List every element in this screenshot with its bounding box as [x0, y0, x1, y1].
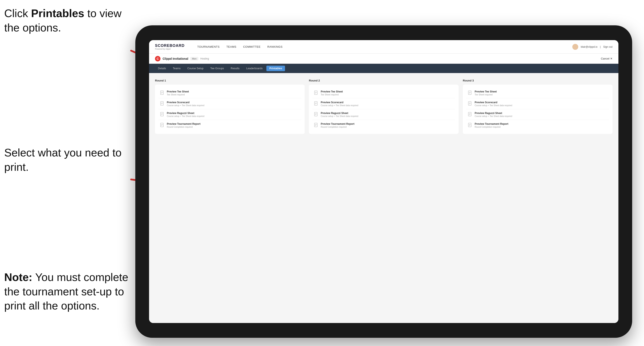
- round1-tee-sheet[interactable]: Preview Tee Sheet Tee Sheet required: [158, 88, 301, 98]
- nav-teams[interactable]: TEAMS: [226, 45, 236, 48]
- logo-title: SCOREBOARD: [155, 43, 184, 48]
- round-1-column: Round 1 Preview Tee Sheet Tee S: [155, 79, 305, 134]
- top-nav: SCOREBOARD Powered by clippd TOURNAMENTS…: [149, 40, 618, 54]
- round1-scorecard-subtitle: Course setup + Tee Sheet data required: [167, 104, 204, 107]
- round2-scorecard-subtitle: Course setup + Tee Sheet data required: [321, 104, 358, 107]
- round1-tee-sheet-subtitle: Tee Sheet required: [167, 94, 189, 96]
- round3-raguzzi[interactable]: Preview Raguzzi Sheet Course setup + Tee…: [466, 110, 609, 120]
- round1-raguzzi-subtitle: Course setup + Tee Sheet data required: [167, 115, 204, 117]
- document-icon: [468, 112, 472, 118]
- round2-tee-sheet[interactable]: Preview Tee Sheet Tee Sheet required: [312, 88, 455, 98]
- tab-tee-groups[interactable]: Tee Groups: [207, 66, 227, 71]
- round3-tournament-report[interactable]: Preview Tournament Report Round Completi…: [466, 120, 609, 131]
- tab-course-setup[interactable]: Course Setup: [184, 66, 206, 71]
- round1-raguzzi[interactable]: Preview Raguzzi Sheet Course setup + Tee…: [158, 110, 301, 120]
- round1-report-subtitle: Round Completion required: [167, 126, 200, 128]
- round-2-card: Preview Tee Sheet Tee Sheet required: [309, 85, 458, 134]
- tab-details[interactable]: Details: [155, 66, 169, 71]
- document-icon: [314, 91, 318, 96]
- nav-rankings[interactable]: RANKINGS: [267, 45, 282, 48]
- round-3-column: Round 3 Preview Tee Sheet Tee S: [463, 79, 612, 134]
- round-3-card: Preview Tee Sheet Tee Sheet required: [463, 85, 612, 134]
- tab-printables[interactable]: Printables: [266, 66, 285, 71]
- round1-raguzzi-text: Preview Raguzzi Sheet Course setup + Tee…: [167, 112, 204, 117]
- rounds-grid: Round 1 Preview Tee Sheet Tee S: [155, 79, 612, 134]
- document-icon: [314, 112, 318, 118]
- round2-tee-sheet-subtitle: Tee Sheet required: [321, 94, 343, 96]
- document-icon: [314, 123, 318, 128]
- round3-report-text: Preview Tournament Report Round Completi…: [475, 122, 508, 128]
- round2-raguzzi[interactable]: Preview Raguzzi Sheet Course setup + Tee…: [312, 110, 455, 120]
- round-1-card: Preview Tee Sheet Tee Sheet required: [155, 85, 305, 134]
- user-area: blair@clippd.io | Sign out: [572, 44, 612, 50]
- round-2-column: Round 2 Preview Tee Sheet Tee S: [309, 79, 458, 134]
- round2-raguzzi-title: Preview Raguzzi Sheet: [321, 112, 358, 115]
- round2-scorecard[interactable]: Preview Scorecard Course setup + Tee She…: [312, 99, 455, 109]
- round3-tee-sheet-text: Preview Tee Sheet Tee Sheet required: [475, 90, 497, 96]
- round2-tee-sheet-title: Preview Tee Sheet: [321, 90, 343, 93]
- round-2-label: Round 2: [309, 79, 458, 82]
- document-icon: [160, 112, 165, 118]
- annotation-top: Click Printables to view the options.: [4, 6, 123, 35]
- round3-scorecard-subtitle: Course setup + Tee Sheet data required: [475, 104, 512, 107]
- round1-tee-sheet-text: Preview Tee Sheet Tee Sheet required: [167, 90, 189, 96]
- round3-tee-sheet[interactable]: Preview Tee Sheet Tee Sheet required: [466, 88, 609, 98]
- round2-tournament-report[interactable]: Preview Tournament Report Round Completi…: [312, 120, 455, 131]
- document-icon: [314, 101, 318, 107]
- annotation-bottom: Note: You must complete the tournament s…: [4, 270, 140, 313]
- tab-leaderboards[interactable]: Leaderboards: [243, 66, 266, 71]
- round3-raguzzi-title: Preview Raguzzi Sheet: [475, 112, 512, 115]
- nav-tournaments[interactable]: TOURNAMENTS: [197, 45, 220, 48]
- tournament-logo: C: [155, 56, 160, 61]
- document-icon: [468, 101, 472, 107]
- round3-tee-sheet-subtitle: Tee Sheet required: [475, 94, 497, 96]
- tablet-frame: SCOREBOARD Powered by clippd TOURNAMENTS…: [135, 25, 632, 338]
- logo-subtitle: Powered by clippd: [155, 48, 184, 50]
- content-area: Round 1 Preview Tee Sheet Tee S: [149, 73, 618, 323]
- document-icon: [468, 91, 472, 96]
- user-email: blair@clippd.io: [581, 45, 598, 48]
- round3-raguzzi-text: Preview Raguzzi Sheet Course setup + Tee…: [475, 112, 512, 117]
- tournament-status: Hosting: [200, 57, 209, 60]
- logo-area: SCOREBOARD Powered by clippd: [155, 43, 184, 50]
- tournament-name: Clippd Invitational: [162, 57, 188, 60]
- sub-nav: Details Teams Course Setup Tee Groups Re…: [149, 64, 618, 73]
- round1-report-title: Preview Tournament Report: [167, 122, 200, 125]
- round3-scorecard-text: Preview Scorecard Course setup + Tee She…: [475, 101, 512, 107]
- round2-report-text: Preview Tournament Report Round Completi…: [321, 122, 354, 128]
- round1-raguzzi-title: Preview Raguzzi Sheet: [167, 112, 204, 115]
- round1-scorecard-title: Preview Scorecard: [167, 101, 204, 104]
- round3-scorecard[interactable]: Preview Scorecard Course setup + Tee She…: [466, 99, 609, 109]
- round2-tee-sheet-text: Preview Tee Sheet Tee Sheet required: [321, 90, 343, 96]
- tab-teams[interactable]: Teams: [170, 66, 184, 71]
- round2-report-subtitle: Round Completion required: [321, 126, 354, 128]
- round2-report-title: Preview Tournament Report: [321, 122, 354, 125]
- main-nav: TOURNAMENTS TEAMS COMMITTEE RANKINGS: [197, 45, 282, 48]
- document-icon: [160, 123, 165, 128]
- tablet-screen: SCOREBOARD Powered by clippd TOURNAMENTS…: [149, 40, 618, 323]
- tab-results[interactable]: Results: [228, 66, 242, 71]
- tournament-info: C Clippd Invitational Men Hosting: [155, 56, 209, 61]
- sign-out-link[interactable]: Sign out: [603, 45, 612, 48]
- round3-tee-sheet-title: Preview Tee Sheet: [475, 90, 497, 93]
- round3-raguzzi-subtitle: Course setup + Tee Sheet data required: [475, 115, 512, 117]
- round3-report-title: Preview Tournament Report: [475, 122, 508, 125]
- round-1-label: Round 1: [155, 79, 305, 82]
- round-3-label: Round 3: [463, 79, 612, 82]
- cancel-button[interactable]: Cancel ✕: [601, 57, 612, 60]
- round1-tournament-report[interactable]: Preview Tournament Report Round Completi…: [158, 120, 301, 131]
- document-icon: [468, 123, 472, 128]
- round2-raguzzi-text: Preview Raguzzi Sheet Course setup + Tee…: [321, 112, 358, 117]
- round1-tee-sheet-title: Preview Tee Sheet: [167, 90, 189, 93]
- tournament-badge: Men: [190, 57, 198, 60]
- annotation-middle: Select what you need to print.: [4, 146, 123, 174]
- round3-scorecard-title: Preview Scorecard: [475, 101, 512, 104]
- avatar: [572, 44, 578, 50]
- document-icon: [160, 91, 165, 96]
- round1-scorecard[interactable]: Preview Scorecard Course setup + Tee She…: [158, 99, 301, 109]
- round1-scorecard-text: Preview Scorecard Course setup + Tee She…: [167, 101, 204, 107]
- nav-committee[interactable]: COMMITTEE: [243, 45, 261, 48]
- round1-report-text: Preview Tournament Report Round Completi…: [167, 122, 200, 128]
- tournament-bar: C Clippd Invitational Men Hosting Cancel…: [149, 54, 618, 64]
- annotation-bold: Printables: [31, 7, 84, 19]
